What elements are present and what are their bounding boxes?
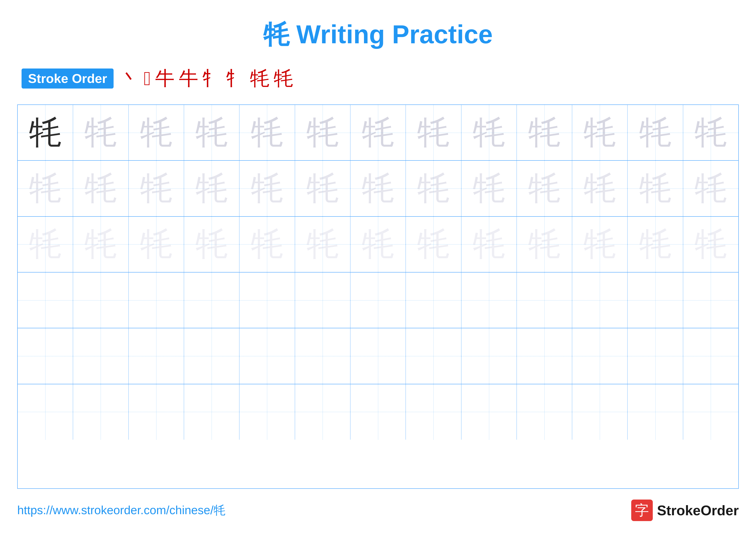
grid-cell-5-10[interactable]: [517, 328, 572, 384]
stroke-step-7: 牦: [250, 65, 269, 91]
grid-cell-3-1[interactable]: 牦: [18, 217, 73, 272]
grid-cell-5-4[interactable]: [184, 328, 239, 384]
grid-cell-5-12[interactable]: [628, 328, 683, 384]
grid-cell-4-13[interactable]: [683, 272, 738, 328]
grid-cell-4-8[interactable]: [406, 272, 461, 328]
grid-cell-6-13[interactable]: [683, 384, 738, 440]
grid-cell-1-11[interactable]: 牦: [572, 105, 628, 160]
char-light: 牦: [140, 222, 173, 266]
grid-cell-4-9[interactable]: [461, 272, 517, 328]
grid-cell-3-11[interactable]: 牦: [572, 217, 628, 272]
grid-cell-5-7[interactable]: [350, 328, 406, 384]
grid-cell-1-2[interactable]: 牦: [73, 105, 128, 160]
grid-cell-6-3[interactable]: [129, 384, 184, 440]
char-light: 牦: [140, 167, 173, 210]
grid-cell-2-3[interactable]: 牦: [129, 161, 184, 216]
grid-cell-1-12[interactable]: 牦: [628, 105, 683, 160]
grid-cell-6-1[interactable]: [18, 384, 73, 440]
grid-cell-5-6[interactable]: [295, 328, 350, 384]
grid-cell-6-4[interactable]: [184, 384, 239, 440]
grid-cell-2-2[interactable]: 牦: [73, 161, 128, 216]
char-light: 牦: [29, 222, 62, 266]
grid-cell-4-11[interactable]: [572, 272, 628, 328]
grid-cell-2-4[interactable]: 牦: [184, 161, 239, 216]
grid-cell-1-13[interactable]: 牦: [683, 105, 738, 160]
char-light: 牦: [528, 167, 560, 210]
grid-cell-4-1[interactable]: [18, 272, 73, 328]
grid-cell-5-11[interactable]: [572, 328, 628, 384]
grid-cell-3-6[interactable]: 牦: [295, 217, 350, 272]
grid-cell-3-10[interactable]: 牦: [517, 217, 572, 272]
grid-cell-4-7[interactable]: [350, 272, 406, 328]
stroke-step-8: 牦: [274, 65, 293, 91]
grid-cell-1-5[interactable]: 牦: [239, 105, 295, 160]
grid-cell-3-13[interactable]: 牦: [683, 217, 738, 272]
stroke-step-4: 牛: [179, 65, 198, 91]
grid-cell-2-6[interactable]: 牦: [295, 161, 350, 216]
grid-cell-5-5[interactable]: [239, 328, 295, 384]
grid-cell-1-7[interactable]: 牦: [350, 105, 406, 160]
grid-cell-1-9[interactable]: 牦: [461, 105, 517, 160]
grid-cell-4-6[interactable]: [295, 272, 350, 328]
grid-cell-5-9[interactable]: [461, 328, 517, 384]
grid-cell-5-1[interactable]: [18, 328, 73, 384]
grid-cell-3-2[interactable]: 牦: [73, 217, 128, 272]
grid-cell-5-13[interactable]: [683, 328, 738, 384]
grid-cell-3-8[interactable]: 牦: [406, 217, 461, 272]
grid-cell-1-1[interactable]: 牦: [18, 105, 73, 160]
grid-cell-1-8[interactable]: 牦: [406, 105, 461, 160]
char-light: 牦: [473, 111, 505, 154]
grid-cell-6-11[interactable]: [572, 384, 628, 440]
grid-cell-6-12[interactable]: [628, 384, 683, 440]
char-light: 牦: [583, 111, 616, 154]
stroke-step-3: 牛: [155, 65, 175, 91]
logo-icon: 字: [631, 499, 653, 521]
stroke-step-6: 牜: [226, 65, 246, 91]
grid-cell-5-3[interactable]: [129, 328, 184, 384]
grid-cell-5-2[interactable]: [73, 328, 128, 384]
grid-cell-1-4[interactable]: 牦: [184, 105, 239, 160]
char-light: 牦: [196, 111, 228, 154]
grid-cell-2-7[interactable]: 牦: [350, 161, 406, 216]
grid-cell-4-12[interactable]: [628, 272, 683, 328]
grid-cell-2-8[interactable]: 牦: [406, 161, 461, 216]
grid-cell-2-5[interactable]: 牦: [239, 161, 295, 216]
grid-cell-1-10[interactable]: 牦: [517, 105, 572, 160]
grid-cell-6-8[interactable]: [406, 384, 461, 440]
grid-cell-2-9[interactable]: 牦: [461, 161, 517, 216]
char-light: 牦: [528, 222, 560, 266]
grid-row-2: 牦 牦 牦 牦 牦 牦 牦 牦 牦 牦 牦 牦 牦: [18, 161, 738, 216]
grid-cell-6-10[interactable]: [517, 384, 572, 440]
grid-cell-3-5[interactable]: 牦: [239, 217, 295, 272]
grid-cell-3-7[interactable]: 牦: [350, 217, 406, 272]
grid-cell-2-10[interactable]: 牦: [517, 161, 572, 216]
grid-cell-5-8[interactable]: [406, 328, 461, 384]
grid-cell-1-6[interactable]: 牦: [295, 105, 350, 160]
char-light: 牦: [29, 167, 62, 210]
grid-cell-1-3[interactable]: 牦: [129, 105, 184, 160]
grid-cell-4-2[interactable]: [73, 272, 128, 328]
grid-row-5: [18, 328, 738, 384]
grid-cell-2-13[interactable]: 牦: [683, 161, 738, 216]
grid-cell-3-4[interactable]: 牦: [184, 217, 239, 272]
grid-cell-3-3[interactable]: 牦: [129, 217, 184, 272]
grid-cell-2-11[interactable]: 牦: [572, 161, 628, 216]
char-light: 牦: [307, 167, 339, 210]
stroke-order-row: Stroke Order 丶 𠃋 牛 牛 牜 牜 牦 牦: [17, 65, 739, 91]
grid-cell-6-7[interactable]: [350, 384, 406, 440]
grid-cell-2-1[interactable]: 牦: [18, 161, 73, 216]
grid-cell-6-9[interactable]: [461, 384, 517, 440]
grid-cell-6-6[interactable]: [295, 384, 350, 440]
grid-cell-3-9[interactable]: 牦: [461, 217, 517, 272]
grid-cell-4-4[interactable]: [184, 272, 239, 328]
grid-cell-4-5[interactable]: [239, 272, 295, 328]
grid-cell-4-3[interactable]: [129, 272, 184, 328]
grid-cell-4-10[interactable]: [517, 272, 572, 328]
grid-cell-6-2[interactable]: [73, 384, 128, 440]
stroke-step-5: 牜: [202, 65, 222, 91]
grid-cell-3-12[interactable]: 牦: [628, 217, 683, 272]
grid-cell-2-12[interactable]: 牦: [628, 161, 683, 216]
char-light: 牦: [251, 111, 283, 154]
char-dark: 牦: [29, 111, 62, 154]
grid-cell-6-5[interactable]: [239, 384, 295, 440]
